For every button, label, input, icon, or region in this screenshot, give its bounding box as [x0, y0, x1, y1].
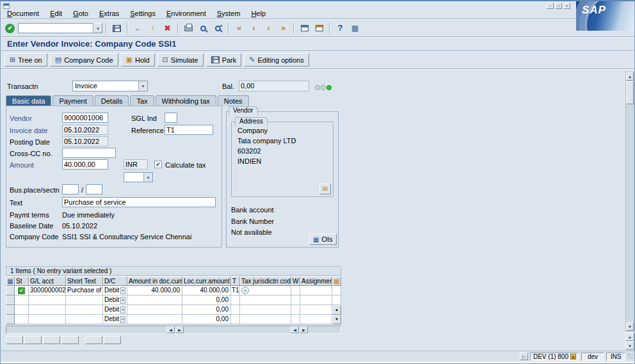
posting-date-field[interactable]: 05.10.2022 — [62, 136, 108, 146]
loc-curr-cell[interactable]: 0,00 — [182, 296, 231, 305]
text-field[interactable] — [62, 197, 216, 207]
scroll-up-button[interactable]: ▲ — [626, 72, 634, 81]
assignment-cell[interactable] — [300, 286, 332, 296]
company-code-button[interactable]: ▤Company Code — [50, 53, 118, 67]
table-corner-cell[interactable]: ▦ — [6, 276, 15, 286]
new-session-button[interactable] — [298, 22, 311, 35]
item-toolbar-button[interactable] — [85, 336, 102, 344]
menu-environment[interactable]: Environment — [166, 10, 206, 17]
col-header-tax-jurisdiction[interactable]: Tax jurisdictn code — [240, 276, 291, 286]
scroll-down-button[interactable]: ▼ — [626, 322, 634, 331]
tab-tax[interactable]: Tax — [130, 95, 154, 106]
pane-scroll-up-button[interactable]: ▲ — [625, 333, 634, 341]
find-button[interactable] — [197, 22, 210, 35]
close-button[interactable]: × — [563, 3, 570, 9]
col-header-gl-acct[interactable]: G/L acct — [29, 276, 66, 286]
amount-cell[interactable] — [127, 315, 182, 324]
tax-code-cell[interactable] — [231, 305, 240, 315]
invoice-date-field[interactable]: 05.10.2022 — [62, 125, 108, 135]
table-scroll-down-button[interactable]: ▼ — [332, 315, 341, 324]
loc-curr-cell[interactable]: 40.000,00 — [182, 286, 231, 296]
print-button[interactable] — [182, 22, 195, 35]
scroll-right-button[interactable]: ▶ — [300, 326, 308, 333]
simulate-button[interactable]: ⊡Simulate — [157, 53, 204, 67]
items-horizontal-scrollbar[interactable]: ◀ ▶ ◀ ▶ — [6, 326, 341, 334]
short-text-cell[interactable] — [66, 296, 103, 305]
item-toolbar-button[interactable] — [6, 336, 23, 344]
client-panel[interactable]: dev — [581, 352, 604, 361]
cross-cc-field[interactable] — [62, 148, 116, 158]
layout-menu-button[interactable]: ▦ — [348, 22, 362, 35]
calculate-tax-checkbox[interactable]: ✓ — [154, 161, 162, 168]
tax-code-dropdown-button[interactable]: ▼ — [143, 173, 152, 182]
assignment-cell[interactable] — [300, 315, 332, 324]
save-button[interactable] — [110, 22, 124, 35]
tax-jurisdiction-cell[interactable] — [240, 315, 291, 324]
tree-on-button[interactable]: ⊞Tree on — [4, 53, 47, 67]
w-cell[interactable] — [291, 305, 300, 315]
resize-grip-icon[interactable] — [627, 353, 634, 360]
system-list-icon[interactable]: ▦ — [570, 354, 576, 360]
gl-acct-cell[interactable]: 3000000002 — [29, 286, 66, 296]
tax-jurisdiction-cell[interactable] — [240, 305, 291, 315]
main-vertical-scrollbar[interactable]: ▲ ▼ — [625, 72, 634, 331]
menu-edit[interactable]: Edit — [50, 10, 62, 17]
park-button[interactable]: Park — [206, 53, 242, 67]
vendor-field[interactable] — [62, 113, 108, 123]
first-page-button[interactable]: « — [232, 22, 246, 35]
tax-code-cell[interactable] — [231, 296, 240, 305]
find-next-button[interactable] — [211, 22, 225, 35]
menu-system[interactable]: System — [217, 10, 241, 17]
item-toolbar-button[interactable] — [24, 336, 42, 344]
menu-extras[interactable]: Extras — [99, 10, 119, 17]
system-panel[interactable]: DEV (1) 800 ▦ — [530, 352, 579, 361]
command-field[interactable] — [18, 23, 93, 33]
col-header-w[interactable]: W — [291, 276, 300, 286]
menu-settings[interactable]: Settings — [130, 10, 156, 17]
amount-cell[interactable] — [127, 305, 182, 315]
short-text-cell[interactable]: Purchase of s — [66, 286, 103, 296]
amount-field[interactable] — [62, 159, 108, 170]
col-header-t[interactable]: T — [231, 276, 240, 286]
assignment-cell[interactable] — [300, 296, 332, 305]
table-scroll-up-button[interactable]: ▲ — [332, 305, 341, 315]
bus-sectn-field[interactable] — [86, 184, 102, 194]
tab-withholding-tax[interactable]: Withholding tax — [156, 95, 216, 106]
restore-button[interactable]: □ — [555, 3, 562, 9]
item-toolbar-button[interactable] — [61, 336, 79, 344]
row-selector-cell[interactable] — [6, 286, 15, 296]
transactn-dropdown-button[interactable]: ▼ — [138, 81, 147, 91]
dc-cell[interactable]: Debit▼ — [103, 315, 127, 324]
w-cell[interactable] — [291, 315, 300, 324]
sgl-ind-field[interactable] — [165, 113, 177, 123]
dc-cell[interactable]: Debit▼ — [103, 296, 127, 305]
menu-goto[interactable]: Goto — [73, 10, 88, 17]
assignment-cell[interactable] — [300, 305, 332, 315]
cancel-button[interactable]: ✖ — [161, 22, 174, 35]
enter-button[interactable]: ✔ — [3, 22, 17, 35]
tab-basic-data[interactable]: Basic data — [6, 95, 51, 106]
col-header-st[interactable]: St — [15, 276, 29, 286]
next-page-button[interactable]: › — [262, 22, 275, 35]
short-text-cell[interactable] — [66, 315, 103, 324]
loc-curr-cell[interactable]: 0,00 — [182, 305, 231, 315]
gl-acct-cell[interactable] — [29, 305, 66, 315]
dc-cell[interactable]: Debit▼ — [103, 286, 127, 296]
w-cell[interactable] — [291, 286, 300, 296]
col-header-amount[interactable]: Amount in doc.curr. — [127, 276, 182, 286]
bus-place-field[interactable] — [62, 184, 79, 194]
tax-code-combo[interactable]: ▼ — [124, 172, 153, 182]
w-cell[interactable] — [291, 296, 300, 305]
row-selector-cell[interactable] — [6, 296, 15, 305]
col-header-loc-curr[interactable]: Loc.curr.amount — [182, 276, 231, 286]
dc-cell[interactable]: Debit▼ — [103, 305, 127, 315]
col-header-short-text[interactable]: Short Text — [66, 276, 103, 286]
col-header-assignment[interactable]: Assignment n — [300, 276, 332, 286]
currency-field[interactable]: INR — [124, 159, 148, 170]
menu-help[interactable]: Help — [251, 10, 266, 17]
tax-jurisdiction-cell[interactable]: » — [240, 286, 291, 296]
back-button[interactable]: ← — [131, 22, 145, 35]
create-shortcut-button[interactable] — [312, 22, 326, 35]
last-page-button[interactable]: » — [277, 22, 290, 35]
reference-field[interactable] — [165, 125, 213, 135]
